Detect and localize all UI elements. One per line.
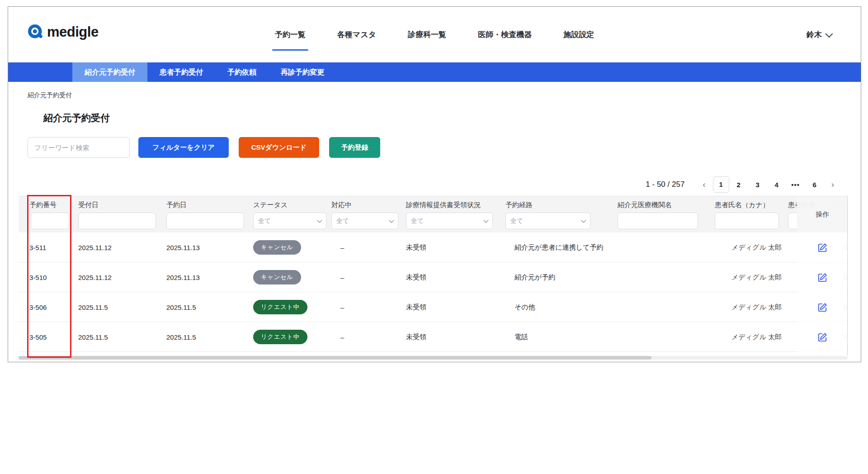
main-nav: 予約一覧 各種マスタ 診療科一覧 医師・検査機器 施設設定	[274, 7, 595, 62]
pagination-range: 1 - 50 / 257	[646, 180, 684, 189]
cell-reserved-date: 2025.11.5	[166, 292, 196, 322]
col-header-actions: 操作	[797, 196, 848, 232]
cell-status: リクエスト中	[253, 292, 307, 322]
pagination-ellipsis: •••	[786, 181, 805, 189]
csv-download-button[interactable]: CSVダウンロード	[239, 137, 319, 158]
cell-handling: –	[340, 292, 344, 322]
cell-patient-kana: メディグル 太郎	[731, 292, 782, 322]
table-row[interactable]: 3-510 2025.11.12 2025.11.13 キャンセル – 未受領 …	[19, 262, 847, 292]
filter-reserved-date[interactable]	[166, 213, 244, 229]
page-title: 紹介元予約受付	[43, 112, 861, 124]
table-header: 予約番号 受付日 予約日 ステータス 対応中 診療情報提供書受領状況 予約経路 …	[19, 196, 847, 232]
edit-row-button[interactable]	[797, 232, 848, 262]
filter-received-date[interactable]	[78, 213, 156, 229]
col-header-received-date: 受付日	[78, 201, 99, 209]
col-header-handling: 対応中	[331, 201, 352, 209]
edit-pencil-icon	[817, 272, 828, 283]
user-menu[interactable]: 鈴木	[807, 7, 833, 62]
col-header-referrer-org: 紹介元医療機関名	[618, 201, 672, 209]
nav-item-masters[interactable]: 各種マスタ	[336, 26, 377, 43]
col-header-patient-kana: 患者氏名（カナ）	[715, 201, 769, 209]
horizontal-scrollbar[interactable]	[19, 356, 848, 360]
chevron-down-icon	[389, 218, 394, 223]
register-reservation-button[interactable]: 予約登録	[329, 137, 380, 158]
table-row[interactable]: 3-505 2025.11.5 2025.11.5 リクエスト中 – 未受領 電…	[19, 322, 847, 352]
scrollbar-thumb[interactable]	[19, 356, 651, 360]
cell-doc-status: 未受領	[406, 232, 426, 262]
cell-reservation-no: 3-511	[29, 232, 46, 262]
cell-patient-kana: メディグル 太郎	[731, 262, 782, 292]
edit-row-button[interactable]	[797, 292, 848, 322]
table-row[interactable]: 3-506 2025.11.5 2025.11.5 リクエスト中 – 未受領 そ…	[19, 292, 847, 322]
brand-logo[interactable]: medigle	[28, 24, 99, 40]
table-row[interactable]: 3-511 2025.11.12 2025.11.13 キャンセル – 未受領 …	[19, 232, 847, 262]
filter-reservation-no[interactable]	[31, 213, 69, 229]
edit-pencil-icon	[817, 242, 828, 253]
filter-route-select[interactable]: 全て	[505, 213, 590, 229]
pagination-next-icon[interactable]: ›	[824, 180, 841, 190]
toolbar: フィルターをクリア CSVダウンロード 予約登録	[8, 137, 861, 159]
reservations-table: 予約番号 受付日 予約日 ステータス 対応中 診療情報提供書受領状況 予約経路 …	[19, 196, 848, 356]
nav-item-reservation-list[interactable]: 予約一覧	[274, 26, 307, 43]
col-header-status: ステータス	[253, 201, 288, 209]
cell-reservation-no: 3-505	[29, 322, 47, 352]
cell-received-date: 2025.11.5	[78, 322, 108, 352]
medigle-q-icon	[28, 24, 44, 40]
filter-referrer-org[interactable]	[618, 213, 698, 229]
sub-nav-bar: 紹介元予約受付 患者予約受付 予約依頼 再診予約変更	[8, 62, 861, 82]
filter-patient-kana[interactable]	[715, 213, 779, 229]
pagination-prev-icon[interactable]: ‹	[695, 180, 712, 190]
cell-reserved-date: 2025.11.13	[166, 232, 200, 262]
cell-doc-status: 未受領	[406, 262, 426, 292]
tab-reservation-request[interactable]: 予約依頼	[215, 62, 269, 82]
tab-patient-reservation[interactable]: 患者予約受付	[147, 62, 215, 82]
cell-status: キャンセル	[253, 232, 301, 262]
pagination-page-1[interactable]: 1	[713, 176, 729, 193]
brand-wordmark: medigle	[47, 24, 99, 40]
edit-row-button[interactable]	[797, 262, 848, 292]
pagination-page-4[interactable]: 4	[767, 181, 786, 189]
pagination: 1 - 50 / 257 ‹ 1 2 3 4 ••• 6 ›	[8, 176, 841, 193]
cell-route: 電話	[514, 322, 528, 352]
cell-status: リクエスト中	[253, 322, 307, 352]
tab-referrer-reservation[interactable]: 紹介元予約受付	[72, 62, 147, 82]
pagination-page-6[interactable]: 6	[805, 181, 824, 189]
cell-received-date: 2025.11.12	[78, 262, 112, 292]
chevron-down-icon	[825, 30, 833, 38]
status-badge: リクエスト中	[253, 330, 307, 344]
user-name: 鈴木	[807, 29, 822, 40]
clear-filter-button[interactable]: フィルターをクリア	[138, 137, 229, 158]
nav-item-doctors-equipment[interactable]: 医師・検査機器	[477, 26, 533, 43]
status-badge: キャンセル	[253, 270, 301, 284]
filter-handling-select[interactable]: 全て	[331, 213, 398, 229]
filter-status-select[interactable]: 全て	[253, 213, 326, 229]
status-badge: リクエスト中	[253, 300, 307, 314]
pagination-page-3[interactable]: 3	[748, 181, 767, 189]
nav-item-facility-settings[interactable]: 施設設定	[562, 26, 595, 43]
cell-received-date: 2025.11.5	[78, 292, 108, 322]
cell-doc-status: 未受領	[406, 292, 426, 322]
cell-patient-kana: メディグル 太郎	[731, 322, 782, 352]
cell-route: 紹介元が患者に連携して予約	[514, 232, 603, 262]
cell-route: その他	[514, 292, 535, 322]
cell-route: 紹介元が予約	[514, 262, 555, 292]
filter-doc-receipt-select[interactable]: 全て	[406, 213, 493, 229]
cell-reservation-no: 3-510	[29, 262, 47, 292]
search-input[interactable]	[28, 137, 130, 158]
cell-handling: –	[340, 232, 344, 262]
cell-received-date: 2025.11.12	[78, 232, 112, 262]
chevron-down-icon	[483, 218, 488, 223]
tab-revisit-change[interactable]: 再診予約変更	[269, 62, 336, 82]
col-header-reserved-date: 予約日	[166, 201, 187, 209]
pagination-page-2[interactable]: 2	[729, 181, 748, 189]
col-header-reservation-no: 予約番号	[29, 201, 57, 209]
edit-row-button[interactable]	[797, 322, 848, 352]
app-window: medigle 予約一覧 各種マスタ 診療科一覧 医師・検査機器 施設設定 鈴木…	[8, 6, 861, 362]
breadcrumb: 紹介元予約受付	[28, 91, 861, 100]
cell-doc-status: 未受領	[406, 322, 426, 352]
top-header: medigle 予約一覧 各種マスタ 診療科一覧 医師・検査機器 施設設定 鈴木	[8, 7, 861, 62]
nav-item-departments[interactable]: 診療科一覧	[407, 26, 447, 43]
cell-patient-kana: メディグル 太郎	[731, 232, 782, 262]
cell-handling: –	[340, 262, 344, 292]
edit-pencil-icon	[817, 302, 828, 313]
